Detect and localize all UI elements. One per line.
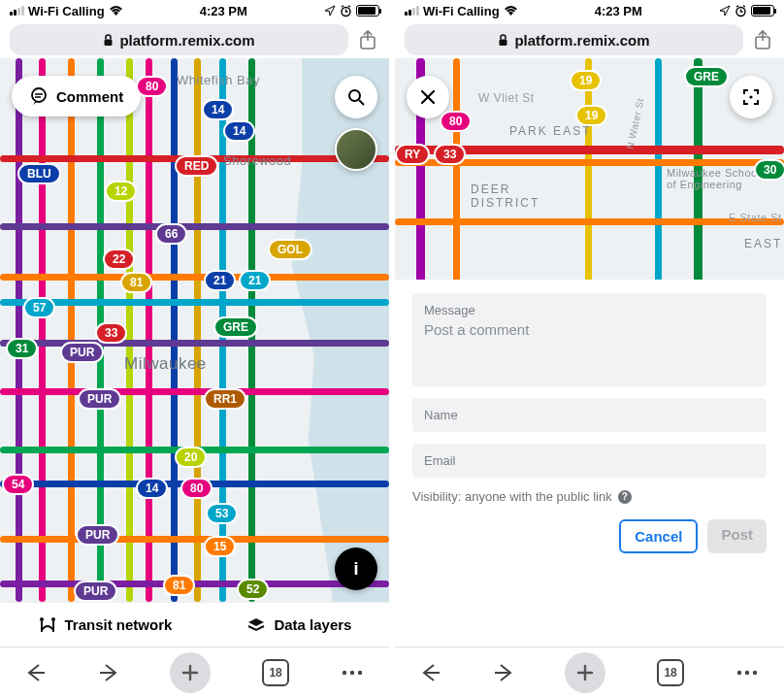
route-badge[interactable]: 81 (163, 575, 195, 596)
route-badge[interactable]: 66 (155, 223, 187, 245)
route-badge[interactable]: GRE (213, 316, 258, 338)
route-badge[interactable]: 19 (570, 70, 602, 91)
lock-icon (103, 34, 114, 47)
label-estate: E State St (729, 212, 782, 223)
label-deer: DEER DISTRICT (471, 183, 539, 210)
post-button[interactable]: Post (707, 519, 767, 553)
route-badge[interactable]: 21 (239, 270, 271, 291)
focus-button[interactable] (730, 76, 772, 118)
route-line (0, 388, 389, 395)
route-badge[interactable]: PUR (74, 581, 117, 602)
share-button[interactable] (356, 29, 379, 50)
clock: 4:23 PM (200, 4, 247, 18)
battery-icon (751, 5, 774, 17)
phone-right: Wi-Fi Calling 4:23 PM platform.remix.com… (395, 0, 784, 697)
map-left[interactable]: Whitefish Bay Shorewood Milwaukee Commen… (0, 58, 389, 602)
layers-label: Data layers (274, 616, 351, 633)
focus-icon (741, 87, 761, 107)
comment-button[interactable]: Comment (12, 76, 141, 116)
forward-button[interactable] (493, 663, 514, 682)
route-badge[interactable]: 80 (136, 76, 168, 97)
route-badge[interactable]: RED (175, 155, 218, 177)
route-badge[interactable]: BLU (17, 163, 61, 184)
route-badge[interactable]: RR1 (204, 388, 246, 410)
cancel-button[interactable]: Cancel (619, 519, 698, 553)
route-badge[interactable]: 52 (237, 579, 269, 600)
route-badge[interactable]: 14 (136, 478, 168, 499)
route-line (0, 299, 389, 306)
route-badge[interactable]: 15 (204, 536, 236, 557)
name-field[interactable]: Name (412, 398, 767, 432)
route-badge[interactable]: 81 (120, 272, 152, 293)
route-badge[interactable]: PUR (60, 342, 104, 363)
route-badge[interactable]: PUR (78, 388, 121, 410)
label-mseng: Milwaukee School of Engineering (667, 167, 761, 190)
url-field[interactable]: platform.remix.com (405, 24, 743, 55)
route-badge[interactable]: 80 (180, 478, 212, 499)
close-icon (419, 88, 437, 106)
map-right[interactable]: W Vliet St PARK EAST DEER DISTRICT N Wat… (395, 58, 784, 647)
route-badge[interactable]: 14 (202, 99, 234, 120)
url-field[interactable]: platform.remix.com (10, 24, 348, 55)
route-badge[interactable]: GRE (684, 66, 729, 87)
map-toggle-bar: Transit network Data layers (0, 602, 389, 647)
help-icon[interactable]: ? (618, 490, 632, 504)
route-badge[interactable]: 20 (175, 447, 207, 468)
route-badge[interactable]: 54 (2, 474, 34, 495)
new-tab-button[interactable] (170, 652, 211, 693)
route-badge[interactable]: 22 (103, 249, 135, 270)
back-button[interactable] (420, 663, 441, 682)
route-badge[interactable]: GOL (268, 239, 312, 260)
more-button[interactable] (735, 669, 759, 677)
message-placeholder: Post a comment (424, 321, 755, 338)
layers-toggle[interactable]: Data layers (246, 616, 351, 634)
name-label: Name (424, 408, 755, 422)
phone-left: Wi-Fi Calling 4:23 PM platform.remix.com (0, 0, 389, 697)
location-icon (324, 5, 336, 17)
alarm-icon (735, 5, 747, 17)
route-badge[interactable]: PUR (76, 524, 119, 546)
route-badge[interactable]: 80 (440, 111, 472, 132)
route-badge[interactable]: 33 (95, 322, 127, 344)
back-button[interactable] (25, 663, 47, 682)
url-bar: platform.remix.com (395, 21, 784, 58)
svg-point-16 (752, 670, 756, 674)
carrier-label: Wi-Fi Calling (28, 4, 105, 18)
status-bar: Wi-Fi Calling 4:23 PM (0, 0, 389, 21)
basemap-thumb-button[interactable] (335, 128, 377, 171)
forward-button[interactable] (98, 663, 119, 682)
browser-toolbar: 18 (395, 647, 784, 697)
route-badge[interactable]: 19 (575, 105, 607, 126)
route-badge[interactable]: 33 (434, 144, 466, 165)
url-bar: platform.remix.com (0, 21, 389, 58)
tabs-button[interactable]: 18 (657, 659, 684, 686)
route-badge[interactable]: 31 (6, 338, 38, 359)
clock: 4:23 PM (595, 4, 642, 18)
wifi-icon (504, 5, 518, 17)
label-east: EAST (744, 237, 782, 250)
message-field[interactable]: Message Post a comment (412, 293, 767, 386)
email-field[interactable]: Email (412, 444, 767, 478)
tabs-button[interactable]: 18 (262, 659, 289, 686)
route-badge[interactable]: 53 (206, 503, 238, 524)
more-button[interactable] (341, 669, 364, 677)
signal-icon (10, 6, 24, 16)
route-badge[interactable]: 21 (204, 270, 236, 291)
info-icon: i (353, 559, 358, 580)
route-badge[interactable]: 14 (223, 120, 255, 142)
route-badge[interactable]: 30 (754, 159, 784, 181)
info-button[interactable]: i (335, 548, 377, 590)
svg-point-9 (357, 670, 361, 674)
search-button[interactable] (335, 76, 377, 118)
svg-point-7 (342, 670, 345, 674)
route-badge[interactable]: 12 (105, 181, 137, 202)
alarm-icon (340, 5, 352, 17)
route-badge[interactable]: 57 (23, 297, 55, 318)
url-text: platform.remix.com (514, 32, 649, 49)
route-badge[interactable]: RY (395, 144, 430, 165)
share-button[interactable] (751, 29, 774, 50)
transit-toggle[interactable]: Transit network (38, 616, 173, 634)
new-tab-button[interactable] (565, 652, 605, 693)
route-line (0, 274, 389, 281)
route-line (171, 58, 178, 602)
